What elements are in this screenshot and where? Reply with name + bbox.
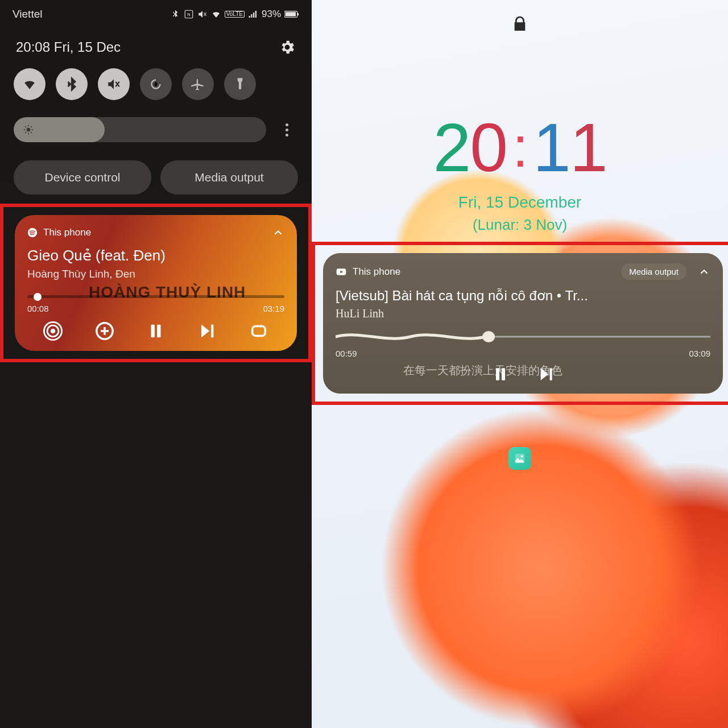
playback-controls: [27, 321, 284, 341]
chevron-up-icon[interactable]: [698, 266, 710, 278]
device-control-label: Device control: [44, 171, 120, 184]
svg-rect-3: [286, 12, 296, 16]
quick-toggles: [0, 68, 312, 100]
bluetooth-toggle[interactable]: [56, 68, 88, 100]
cast-icon[interactable]: [43, 321, 63, 341]
chevron-up-icon[interactable]: [272, 226, 284, 239]
mute-icon: [197, 9, 208, 19]
music-card-youtube[interactable]: 在每一天都扮演上天安排的角色 This phone Media output […: [323, 253, 723, 394]
music-source: This phone: [43, 227, 91, 238]
svg-text:N: N: [187, 12, 190, 17]
battery-percent: 93%: [262, 9, 281, 20]
signal-icon: [248, 9, 258, 19]
panel-header: 20:08 Fri, 15 Dec: [0, 28, 312, 68]
svg-rect-12: [151, 325, 154, 338]
device-control-chip[interactable]: Device control: [14, 160, 151, 195]
qs-chips: Device control Media output: [0, 151, 312, 204]
notification-panel: Viettel N VoLTE 93% 20:08 Fri, 15 Dec De…: [0, 0, 312, 728]
add-icon[interactable]: [95, 321, 114, 341]
total-time: 03:19: [263, 304, 284, 313]
panel-clock-date: 20:08 Fri, 15 Dec: [16, 39, 121, 55]
music-source: This phone: [353, 266, 400, 278]
nfc-icon: N: [184, 9, 194, 19]
track-times: 00:08 03:19: [27, 304, 284, 313]
clock-h1: 2: [433, 108, 470, 187]
svg-point-23: [521, 456, 523, 458]
track-times: 00:59 03:09: [336, 349, 710, 358]
rotation-lock-toggle[interactable]: [140, 68, 172, 100]
svg-rect-5: [155, 82, 157, 86]
battery-icon: [284, 10, 299, 18]
mute-toggle[interactable]: [98, 68, 130, 100]
waveform-progress[interactable]: [336, 329, 710, 344]
brightness-icon: [23, 124, 34, 135]
pause-icon[interactable]: [491, 365, 510, 383]
gallery-shortcut[interactable]: [508, 447, 531, 470]
svg-rect-14: [211, 325, 213, 338]
settings-icon[interactable]: [279, 39, 296, 56]
image-icon: [514, 452, 526, 465]
clock-m1: 1: [533, 108, 570, 187]
clock-m2: 1: [570, 108, 607, 187]
status-bar: Viettel N VoLTE 93%: [0, 0, 312, 28]
music-card-spotify[interactable]: HOÀNG THUỲ LINH This phone Gieo Quẻ (fea…: [15, 215, 297, 351]
media-output-chip[interactable]: Media output: [160, 160, 298, 195]
music-card-header: This phone Media output: [336, 263, 710, 280]
track-artist: HuLi Linh: [336, 307, 710, 320]
svg-rect-4: [297, 13, 299, 15]
lockscreen-clock: 2 0 : 1 1: [433, 108, 607, 187]
youtube-icon: [336, 266, 347, 278]
clock-colon: :: [512, 114, 527, 180]
svg-point-17: [482, 331, 495, 342]
svg-rect-20: [502, 368, 505, 380]
progress-bar[interactable]: [27, 295, 284, 298]
elapsed-time: 00:08: [27, 304, 49, 313]
svg-point-6: [27, 128, 31, 132]
total-time: 03:09: [689, 349, 710, 358]
lockscreen-date: Fri, 15 December: [312, 193, 728, 212]
brightness-row: [14, 117, 298, 142]
svg-rect-19: [496, 368, 499, 380]
brightness-slider[interactable]: [14, 117, 266, 142]
clock-h2: 0: [470, 108, 507, 187]
status-icons: N VoLTE 93%: [170, 9, 299, 20]
music-card-header: This phone: [27, 226, 284, 239]
track-title: Gieo Quẻ (feat. Đen): [27, 247, 284, 264]
track-artist: Hoàng Thùy Linh, Đen: [27, 268, 284, 280]
wifi-icon: [211, 9, 221, 19]
highlight-box-right: 在每一天都扮演上天安排的角色 This phone Media output […: [312, 242, 728, 405]
flashlight-toggle[interactable]: [224, 68, 256, 100]
svg-rect-13: [157, 325, 160, 338]
pause-icon[interactable]: [146, 321, 166, 341]
airplane-toggle[interactable]: [182, 68, 214, 100]
repeat-icon[interactable]: [249, 321, 268, 341]
more-options-icon[interactable]: [275, 123, 298, 136]
lockscreen-lunar: (Lunar: 3 Nov): [312, 216, 728, 234]
media-output-label: Media output: [195, 171, 263, 184]
next-icon[interactable]: [197, 321, 217, 341]
media-output-chip[interactable]: Media output: [621, 263, 686, 280]
wifi-toggle[interactable]: [14, 68, 46, 100]
svg-rect-15: [252, 326, 265, 336]
volte-icon: VoLTE: [225, 11, 245, 18]
spotify-icon: [27, 228, 38, 238]
svg-rect-21: [549, 368, 552, 380]
bluetooth-icon: [170, 9, 180, 19]
playback-controls: [336, 365, 710, 383]
lockscreen: 2 0 : 1 1 Fri, 15 December (Lunar: 3 Nov…: [312, 0, 728, 728]
svg-point-8: [51, 329, 56, 334]
carrier-label: Viettel: [13, 8, 42, 20]
next-icon[interactable]: [537, 365, 555, 383]
lock-icon: [511, 15, 529, 35]
track-title: [Vietsub] Bài hát ca tụng nỗi cô đơn • T…: [336, 288, 710, 304]
highlight-box-left: HOÀNG THUỲ LINH This phone Gieo Quẻ (fea…: [0, 204, 312, 362]
elapsed-time: 00:59: [336, 349, 357, 358]
album-art-text: HOÀNG THUỲ LINH: [89, 283, 246, 301]
